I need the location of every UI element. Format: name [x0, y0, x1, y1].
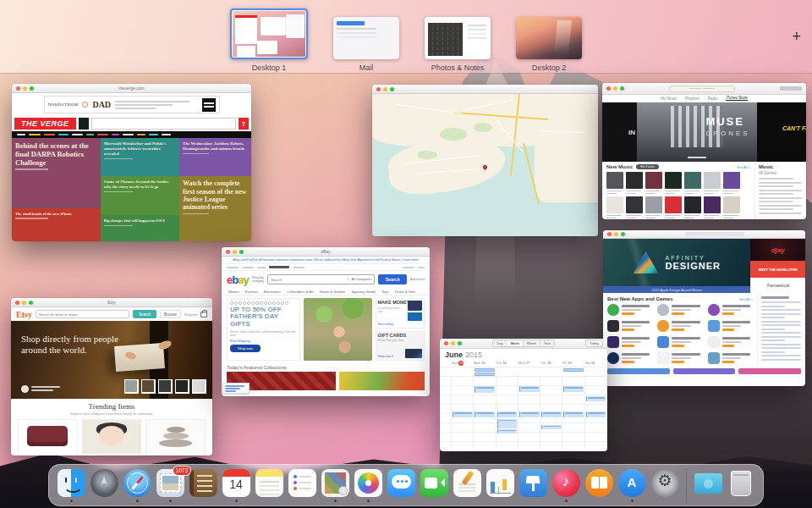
dock-trash-icon[interactable] [727, 469, 755, 501]
minimize-button[interactable] [614, 232, 618, 236]
see-all-link[interactable]: See All > [739, 297, 753, 301]
album-cover[interactable] [684, 172, 701, 194]
app-list-item[interactable] [657, 304, 702, 316]
dock-launchpad-icon[interactable] [90, 469, 118, 501]
calendar-window[interactable]: DayWeekMonthYear Today June 2015 Sun14Mo… [440, 339, 607, 451]
space-photos-notes[interactable]: Photos & Notes [425, 17, 491, 72]
calendar-event[interactable] [541, 411, 562, 417]
affinity-designer-banner[interactable]: AFFINITY DESIGNER [603, 239, 750, 286]
breaking-strip[interactable]: Breaking: Watch the complete first seaso… [91, 118, 236, 130]
close-button[interactable] [444, 341, 448, 345]
close-button[interactable] [376, 87, 381, 91]
nordstrom-ad[interactable]: NORDSTROM DAD [44, 96, 220, 113]
minimize-button[interactable] [451, 341, 455, 345]
hero-thumb[interactable] [158, 379, 173, 394]
feedback-tooltip[interactable] [222, 383, 250, 394]
itunes-tab-itunes-store[interactable]: iTunes Store [726, 96, 747, 101]
dock-folder-icon[interactable] [694, 469, 722, 501]
hero-thumb[interactable] [175, 379, 189, 394]
album-cover[interactable] [626, 172, 643, 194]
meet-the-developer-banner[interactable]: MEET THE DEVELOPER [750, 261, 805, 278]
dock-numbers-icon[interactable] [486, 469, 514, 501]
all-categories-dropdown[interactable]: All Categories [348, 278, 374, 281]
calendar-event[interactable] [563, 386, 584, 392]
album-cover[interactable] [665, 172, 682, 194]
zoom-button[interactable] [620, 86, 624, 91]
album-cover[interactable] [606, 196, 623, 218]
etsy-logo[interactable]: Etsy [16, 310, 32, 319]
dock-contacts-icon[interactable] [189, 469, 217, 501]
all-day-event[interactable] [475, 373, 495, 376]
app-list-item[interactable] [657, 320, 702, 332]
sidebar-title[interactable]: Music [759, 164, 802, 169]
search-field[interactable] [780, 86, 802, 91]
zoom-button[interactable] [621, 232, 625, 236]
etsy-hero[interactable]: Shop directly from people around the wor… [11, 321, 212, 399]
verge-article-tile[interactable]: Watch the complete first season of the n… [179, 176, 251, 241]
ebay-nav-electronics[interactable]: Electronics [264, 290, 281, 294]
dock-appstore-icon[interactable] [617, 469, 646, 501]
all-day-event[interactable] [475, 368, 495, 372]
verge-nav-bar[interactable] [12, 131, 251, 138]
itunes-tab-radio[interactable]: Radio [708, 97, 718, 101]
album-cover[interactable] [723, 172, 740, 194]
dock-reminders-icon[interactable] [288, 469, 316, 501]
app-list-item[interactable] [708, 336, 753, 348]
section-pill[interactable]: Hot Tracks [636, 164, 659, 169]
all-day-event[interactable] [563, 368, 584, 372]
dock-itunes-icon[interactable] [551, 469, 580, 501]
trending-item[interactable] [82, 419, 142, 456]
trending-item[interactable] [18, 419, 78, 456]
cart-icon[interactable] [200, 312, 207, 318]
ebay-nav-home-garden[interactable]: Home & Garden [320, 290, 345, 294]
verge-article-tile[interactable]: Microsoft Wonderbar and Nokia's smartwat… [101, 138, 179, 176]
see-all-link[interactable]: See All > [737, 165, 750, 169]
ebay-notice-bar[interactable]: eBay and PayPal will become separate com… [222, 257, 430, 264]
app-list-item[interactable] [607, 304, 652, 316]
dock-calendar-icon[interactable]: 14 [222, 469, 250, 501]
ebay-nav-collectibles-art[interactable]: Collectibles & Art [287, 290, 314, 294]
calendar-event[interactable] [541, 425, 562, 429]
album-cover[interactable] [645, 172, 662, 194]
dock-finder-icon[interactable] [57, 469, 85, 501]
verge-article-tile[interactable]: Big changes that will happen in iOS 9 [101, 215, 179, 241]
gift-shop-link[interactable]: Shop now > [378, 355, 394, 358]
sidebar-filter[interactable]: All Genres [759, 171, 802, 175]
space-thumbnail-photos-notes[interactable] [425, 17, 491, 59]
app-list-item[interactable] [657, 352, 702, 364]
close-button[interactable] [607, 232, 612, 236]
itunes-tab-my-music[interactable]: My Music [661, 97, 677, 101]
search-input[interactable] [268, 278, 348, 282]
calendar-event[interactable] [497, 411, 518, 417]
make-money-panel[interactable]: MAKE MONEY on stuff you don't use Start … [376, 298, 425, 329]
week-grid[interactable] [440, 377, 607, 450]
shop-by-category[interactable]: Shop by category [252, 276, 265, 283]
product-image[interactable] [339, 372, 425, 390]
ebay-nav-deals-gifts[interactable]: Deals & Gifts [395, 290, 415, 294]
register-link[interactable]: Register [184, 312, 197, 317]
verge-article-tile[interactable]: The small hands of the new iPhone [12, 208, 101, 241]
ebay-nav-motors[interactable]: Motors [228, 290, 239, 294]
maps-window[interactable] [372, 85, 598, 236]
view-day[interactable]: Day [493, 340, 506, 346]
calendar-event[interactable] [497, 419, 518, 428]
map-canvas[interactable] [372, 94, 598, 236]
album-cover[interactable] [723, 196, 740, 218]
advanced-link[interactable]: Advanced [410, 278, 425, 281]
muse-drones-banner[interactable]: MUSE DRONES [637, 102, 757, 162]
app-list-item[interactable] [607, 320, 652, 332]
verge-safari-window[interactable]: theverge.com NORDSTROM DAD THE VERGE Bre… [12, 84, 251, 241]
hero-thumb[interactable] [124, 379, 139, 394]
hero-thumb[interactable] [141, 379, 156, 394]
album-cover[interactable] [645, 196, 662, 218]
dock-pages-icon[interactable] [453, 469, 481, 501]
app-list-item[interactable] [607, 352, 652, 364]
space-thumbnail-desktop-2[interactable] [516, 17, 582, 59]
space-thumbnail-desktop-1[interactable] [230, 8, 308, 59]
dock-keynote-icon[interactable] [518, 469, 547, 501]
trending-item[interactable] [145, 419, 206, 456]
ebay-nav-sporting-goods[interactable]: Sporting Goods [351, 290, 376, 294]
app-store-window[interactable]: AFFINITY DESIGNER 2015 Apple Design Awar… [603, 230, 805, 386]
ebay-nav-toys[interactable]: Toys [381, 290, 389, 294]
dock-sysprefs-icon[interactable] [650, 469, 679, 501]
